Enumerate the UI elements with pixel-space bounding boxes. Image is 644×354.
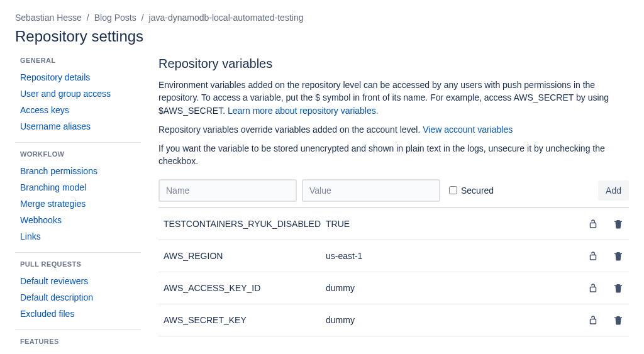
sidebar-item-merge-strategies[interactable]: Merge strategies	[15, 196, 141, 212]
settings-sidebar: GENERAL Repository details User and grou…	[15, 57, 141, 350]
sidebar-divider	[15, 142, 141, 143]
sidebar-item-repository-details[interactable]: Repository details	[15, 69, 141, 86]
variable-value: us-east-1	[326, 251, 587, 261]
section-heading: Repository variables	[158, 57, 629, 71]
description-paragraph: Repository variables override variables …	[158, 123, 629, 136]
view-account-variables-link[interactable]: View account variables	[423, 124, 513, 135]
secured-label: Secured	[461, 185, 494, 196]
add-variable-row: Secured Add	[158, 174, 629, 208]
sidebar-divider	[15, 329, 141, 330]
sidebar-item-access-keys[interactable]: Access keys	[15, 102, 141, 118]
variable-value: TRUE	[326, 219, 587, 229]
breadcrumb-separator: /	[87, 13, 89, 23]
variable-name-input[interactable]	[158, 179, 297, 202]
breadcrumb-item[interactable]: Blog Posts	[94, 13, 136, 23]
unlock-icon[interactable]	[587, 282, 599, 294]
delete-icon[interactable]	[613, 314, 624, 326]
sidebar-item-branch-permissions[interactable]: Branch permissions	[15, 163, 141, 179]
sidebar-item-excluded-files[interactable]: Excluded files	[15, 306, 141, 322]
sidebar-item-default-description[interactable]: Default description	[15, 289, 141, 306]
variable-value-input[interactable]	[302, 179, 440, 202]
unlock-icon[interactable]	[587, 250, 599, 262]
sidebar-item-webhooks[interactable]: Webhooks	[15, 212, 141, 228]
learn-more-link[interactable]: Learn more about repository variables.	[228, 106, 379, 116]
variables-list: TESTCONTAINERS_RYUK_DISABLED TRUE AWS_RE…	[158, 208, 629, 336]
sidebar-divider	[15, 252, 141, 253]
delete-icon[interactable]	[613, 282, 624, 294]
secured-checkbox[interactable]	[449, 186, 457, 194]
delete-icon[interactable]	[613, 250, 624, 262]
sidebar-item-default-reviewers[interactable]: Default reviewers	[15, 273, 141, 289]
breadcrumb-item[interactable]: java-dynamodb-local-automated-testing	[149, 13, 304, 23]
variable-name: AWS_REGION	[164, 251, 326, 261]
breadcrumb-separator: /	[142, 13, 144, 23]
sidebar-item-username-aliases[interactable]: Username aliases	[15, 118, 141, 135]
description-paragraph: Environment variables added on the repos…	[158, 79, 629, 117]
sidebar-item-branching-model[interactable]: Branching model	[15, 179, 141, 196]
variable-row: TESTCONTAINERS_RYUK_DISABLED TRUE	[158, 208, 629, 240]
sidebar-item-links[interactable]: Links	[15, 228, 141, 245]
description-text: Repository variables override variables …	[158, 124, 423, 135]
unlock-icon[interactable]	[587, 314, 599, 326]
variable-value: dummy	[326, 315, 587, 325]
variable-name: AWS_SECRET_KEY	[164, 315, 326, 325]
description-paragraph: If you want the variable to be stored un…	[158, 142, 629, 168]
variable-row: AWS_ACCESS_KEY_ID dummy	[158, 272, 629, 304]
sidebar-section-title: GENERAL	[20, 57, 141, 64]
add-button[interactable]: Add	[598, 180, 629, 201]
variable-name: TESTCONTAINERS_RYUK_DISABLED	[164, 219, 326, 229]
sidebar-item-user-group-access[interactable]: User and group access	[15, 86, 141, 102]
variable-row: AWS_REGION us-east-1	[158, 240, 629, 272]
variable-row: AWS_SECRET_KEY dummy	[158, 304, 629, 336]
breadcrumb: Sebastian Hesse / Blog Posts / java-dyna…	[15, 13, 629, 23]
description-text: Environment variables added on the repos…	[158, 80, 609, 116]
unlock-icon[interactable]	[587, 218, 599, 230]
page-title: Repository settings	[15, 28, 629, 45]
variable-name: AWS_ACCESS_KEY_ID	[164, 283, 326, 293]
sidebar-section-title: WORKFLOW	[20, 150, 141, 158]
breadcrumb-item[interactable]: Sebastian Hesse	[15, 13, 82, 23]
main-content: Repository variables Environment variabl…	[158, 57, 629, 350]
delete-icon[interactable]	[613, 218, 624, 230]
sidebar-section-title: FEATURES	[20, 338, 141, 345]
sidebar-section-title: PULL REQUESTS	[20, 260, 141, 268]
variable-value: dummy	[326, 283, 587, 293]
